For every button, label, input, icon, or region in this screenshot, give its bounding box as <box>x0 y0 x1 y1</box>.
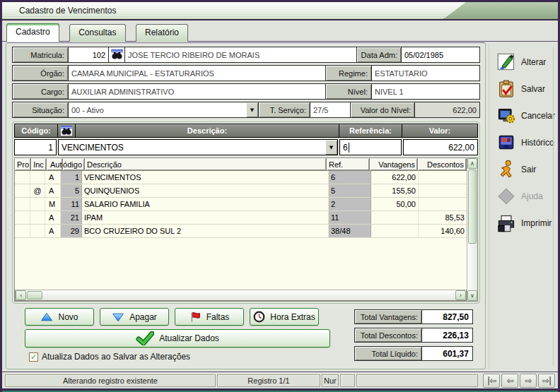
horizontal-scrollbar[interactable]: ‹ › <box>15 290 467 301</box>
status-panel-empty <box>340 374 355 387</box>
atualizar-dados-button[interactable]: Atualizar Dados <box>25 329 330 348</box>
table-row[interactable]: A29BCO CRUZEIRO DO SUL 238/48140,60 <box>15 225 467 238</box>
descricao-value: VENCIMENTOS <box>62 143 124 153</box>
novo-button[interactable]: Novo <box>25 308 94 326</box>
chevron-down-icon[interactable]: ▼ <box>246 102 258 117</box>
total-liquido-label: Total Líquido: <box>355 347 421 360</box>
grid-cell-auto: A <box>45 211 61 224</box>
cargo-field[interactable]: AUXILIAR ADMINISTRATIVO <box>69 84 325 99</box>
tab-relatorio[interactable]: Relatório <box>136 24 188 42</box>
apagar-button[interactable]: Apagar <box>100 308 169 326</box>
nav-last-button[interactable]: ⇨| <box>538 374 555 388</box>
col-header-inc[interactable]: Inc <box>31 158 46 170</box>
grid-cell-codigo: 11 <box>61 198 82 210</box>
entry-row: 1 VENCIMENTOS ▼ 6 622,00 <box>14 139 478 155</box>
col-header-codigo[interactable]: Código <box>63 158 84 170</box>
total-vantagens-value: 827,50 <box>422 310 472 323</box>
status-registro: Registro 1/1 <box>217 374 320 387</box>
scroll-right-icon[interactable]: › <box>455 290 466 300</box>
total-descontos-label: Total Descontos: <box>355 328 421 342</box>
grid-cell-auto: A <box>45 171 61 184</box>
atualiza-checkbox-label: Atualiza Dados ao Salvar as Alterações <box>42 352 190 362</box>
valor-nivel-label: Valor do Nível: <box>351 102 414 117</box>
situacao-value: 00 - Ativo <box>71 106 104 114</box>
referencia-value: 6 <box>343 143 348 153</box>
vencimentos-grid: Pro Inc Auto Código Descrição Ref. Vanta… <box>14 158 478 302</box>
grid-header: Pro Inc Auto Código Descrição Ref. Vanta… <box>15 158 467 171</box>
total-descontos-row: Total Descontos: 226,13 <box>354 328 473 343</box>
grid-cell-ref: 6 <box>329 171 371 184</box>
grid-cell-vantagens <box>371 225 419 237</box>
grid-cell-auto: M <box>45 198 61 210</box>
regime-field[interactable]: ESTATUTARIO <box>372 66 479 81</box>
col-header-pro[interactable]: Pro <box>15 158 30 170</box>
situacao-combobox[interactable]: 00 - Ativo ▼ <box>69 102 258 117</box>
grid-cell-ref: 2 <box>329 198 371 210</box>
status-mode: Alterando registro existente <box>5 374 216 387</box>
historico-button[interactable]: Histórico <box>495 129 555 156</box>
faltas-button[interactable]: Faltas <box>175 308 244 326</box>
grid-cell-inc: @ <box>30 184 45 197</box>
situacao-label: Situação: <box>13 102 68 117</box>
cancelar-label: Cancelar <box>521 111 555 121</box>
title-bar[interactable]: Cadastro de Vencimentos <box>2 2 558 20</box>
total-liquido-row: Total Líquido: 601,37 <box>354 346 473 361</box>
grid-cell-vantagens <box>371 211 419 224</box>
atualiza-checkbox[interactable]: ✓ <box>29 352 38 362</box>
scroll-down-icon[interactable]: ∨ <box>467 290 477 301</box>
grid-cell-pro <box>15 198 30 210</box>
scroll-left-icon[interactable]: ‹ <box>16 290 26 300</box>
alterar-button[interactable]: Alterar <box>495 49 555 76</box>
green-check-icon <box>136 331 154 345</box>
totals-panel: Total Vantagens: 827,50 Total Descontos:… <box>344 308 480 364</box>
tab-cadastro[interactable]: Cadastro <box>6 23 59 42</box>
salvar-button[interactable]: Salvar <box>495 76 555 102</box>
t-servico-label: T. Serviço: <box>259 102 310 117</box>
vertical-scroll-thumb[interactable] <box>468 170 477 244</box>
horizontal-scroll-thumb[interactable] <box>27 291 42 299</box>
nav-first-button[interactable]: |⇦ <box>483 374 500 388</box>
col-header-descontos[interactable]: Descontos <box>418 158 466 170</box>
table-row[interactable]: A1VENCIMENTOS6622,00 <box>15 171 467 184</box>
col-header-ref[interactable]: Ref. <box>327 158 369 170</box>
t-servico-field[interactable]: 27/5 <box>310 102 350 117</box>
vertical-scrollbar[interactable]: ∧ ∨ <box>467 158 478 302</box>
grid-cell-codigo: 1 <box>61 171 82 184</box>
cancelar-button[interactable]: Cancelar <box>495 102 555 129</box>
sair-button[interactable]: Sair <box>495 156 555 183</box>
printer-icon <box>495 213 518 234</box>
hora-extras-button[interactable]: Hora Extras <box>250 308 319 326</box>
search-code-icon[interactable] <box>58 124 75 137</box>
regime-label: Regime: <box>326 66 371 81</box>
nav-next-button[interactable]: ⇨ <box>520 374 537 388</box>
data-adm-field[interactable]: 05/02/1985 <box>402 47 479 62</box>
table-row[interactable]: @A5QUINQUENIOS5155,50 <box>15 184 467 198</box>
col-header-vantagens[interactable]: Vantagens <box>370 158 417 170</box>
nivel-field[interactable]: NIVEL 1 <box>372 84 479 99</box>
imprimir-button[interactable]: Imprimir <box>495 210 555 237</box>
table-row[interactable]: A21IPAM1185,53 <box>15 211 467 225</box>
referencia-input[interactable]: 6 <box>339 139 402 155</box>
tab-consultas[interactable]: Consultas <box>69 24 125 42</box>
grid-cell-inc <box>30 211 45 224</box>
up-triangle-icon <box>40 312 53 322</box>
apagar-label: Apagar <box>129 312 157 322</box>
grid-cell-codigo: 21 <box>61 211 82 224</box>
chevron-down-icon[interactable]: ▼ <box>325 140 337 155</box>
binoculars-icon <box>111 49 123 60</box>
col-header-descricao[interactable]: Descrição <box>85 158 326 170</box>
monitor-gear-icon <box>495 105 518 126</box>
search-employee-icon[interactable] <box>109 47 124 62</box>
nav-previous-button[interactable]: ⇦ <box>501 374 518 388</box>
matricula-field[interactable]: 102 <box>69 47 108 62</box>
scroll-up-icon[interactable]: ∧ <box>467 158 477 169</box>
table-row[interactable]: M11SALARIO FAMILIA250,00 <box>15 198 467 211</box>
descricao-combobox[interactable]: VENCIMENTOS ▼ <box>58 139 338 155</box>
nome-field[interactable]: JOSE TERCIO RIBEIRO DE MORAIS <box>125 47 356 62</box>
col-header-auto[interactable]: Auto <box>47 158 62 170</box>
codigo-input[interactable]: 1 <box>14 139 57 155</box>
valor-input[interactable]: 622,00 <box>403 139 478 155</box>
orgao-field[interactable]: CAMARA MUNICIPAL - ESTATURARIOS <box>69 66 325 81</box>
sair-label: Sair <box>521 165 536 174</box>
pencil-icon <box>495 52 518 73</box>
